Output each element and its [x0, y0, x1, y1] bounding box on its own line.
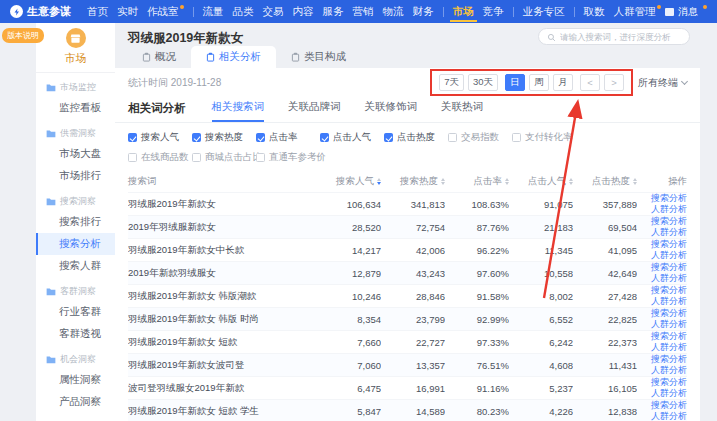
time-button[interactable]: 月 — [553, 74, 573, 91]
metric-checkbox[interactable]: 搜索人气 — [128, 131, 192, 144]
time-button[interactable]: 日 — [505, 74, 525, 91]
terminal-dropdown[interactable]: 所有终端 — [638, 76, 687, 90]
subtab-1[interactable]: 关联品牌词 — [288, 100, 341, 122]
metric-checkbox[interactable]: 点击人气 — [320, 131, 384, 144]
checkbox-icon[interactable] — [320, 133, 329, 142]
action-link[interactable]: 搜索分析 — [651, 193, 687, 204]
nav-item-8[interactable]: 服务 — [323, 0, 344, 23]
tab-2[interactable]: 类目构成 — [276, 46, 361, 68]
action-link[interactable]: 搜索分析 — [651, 331, 687, 342]
nav-item-4[interactable]: 流量 — [203, 0, 224, 23]
time-button[interactable]: < — [580, 74, 600, 91]
action-link[interactable]: 人群分析 — [651, 319, 687, 330]
action-link[interactable]: 搜索分析 — [651, 377, 687, 388]
metric-checkbox[interactable]: 点击热度 — [384, 131, 448, 144]
checkbox-icon[interactable] — [384, 133, 393, 142]
app-logo[interactable]: 生意参谋 — [10, 4, 71, 19]
metric-checkbox[interactable]: 直通车参考价 — [256, 151, 320, 164]
nav-item-7[interactable]: 内容 — [293, 0, 314, 23]
nav-item-11[interactable]: 财务 — [413, 0, 434, 23]
checkbox-icon[interactable] — [192, 133, 201, 142]
action-link[interactable]: 搜索分析 — [651, 216, 687, 227]
action-link[interactable]: 搜索分析 — [651, 400, 687, 411]
column-header[interactable]: 点击人气 — [509, 175, 573, 188]
time-button[interactable]: 7天 — [439, 74, 464, 91]
checkbox-icon[interactable] — [192, 153, 201, 162]
search-input[interactable] — [560, 32, 681, 42]
time-button[interactable]: 周 — [529, 74, 549, 91]
action-link[interactable]: 搜索分析 — [651, 354, 687, 365]
sidebar-item[interactable]: 市场大盘 — [36, 143, 115, 165]
version-note-tag[interactable]: 版本说明 — [2, 28, 44, 43]
nav-item-2[interactable]: 作战室 — [147, 0, 184, 23]
sidebar-section-header[interactable]: 市场监控 — [36, 73, 115, 97]
sidebar-item[interactable]: 搜索人群 — [36, 255, 115, 277]
time-button[interactable]: > — [604, 74, 624, 91]
action-link[interactable]: 人群分析 — [651, 296, 687, 307]
subtab-2[interactable]: 关联修饰词 — [365, 100, 418, 122]
column-header[interactable]: 点击率 — [445, 175, 509, 188]
sidebar-section-header[interactable]: 搜索洞察 — [36, 187, 115, 211]
module-header[interactable]: 市场 — [36, 23, 115, 73]
action-link[interactable]: 人群分析 — [651, 411, 687, 421]
metric-checkbox[interactable]: 交易指数 — [448, 131, 512, 144]
metric-checkbox[interactable]: 在线商品数 — [128, 151, 192, 164]
action-link[interactable]: 人群分析 — [651, 388, 687, 399]
nav-item-16[interactable]: 业务专区 — [523, 0, 565, 23]
cell-value: 96.22% — [445, 245, 509, 256]
sidebar-item[interactable]: 产品洞察 — [36, 391, 115, 413]
cell-value: 22,373 — [573, 337, 637, 348]
nav-item-0[interactable]: 首页 — [87, 0, 108, 23]
sidebar-item[interactable]: 属性洞察 — [36, 369, 115, 391]
nav-item-19[interactable]: 人群管理 — [614, 0, 661, 23]
nav-item-13[interactable]: 市场 — [453, 0, 474, 23]
nav-item-10[interactable]: 物流 — [383, 0, 404, 23]
nav-item-9[interactable]: 营销 — [353, 0, 374, 23]
column-header[interactable]: 搜索热度 — [381, 175, 445, 188]
time-button[interactable]: 30天 — [468, 74, 498, 91]
checkbox-icon[interactable] — [448, 133, 457, 142]
checkbox-icon[interactable] — [128, 133, 137, 142]
checkbox-icon[interactable] — [256, 133, 265, 142]
action-link[interactable]: 人群分析 — [651, 227, 687, 238]
tab-0[interactable]: 概况 — [127, 46, 191, 68]
action-link[interactable]: 搜索分析 — [651, 308, 687, 319]
action-link[interactable]: 人群分析 — [651, 365, 687, 376]
nav-item-5[interactable]: 品类 — [233, 0, 254, 23]
action-link[interactable]: 人群分析 — [651, 342, 687, 353]
checkbox-icon[interactable] — [256, 153, 265, 162]
checkbox-icon[interactable] — [128, 153, 137, 162]
sidebar-item[interactable]: 客群透视 — [36, 323, 115, 345]
cell-actions: 搜索分析人群分析 — [637, 377, 687, 399]
nav-item-18[interactable]: 取数 — [584, 0, 605, 23]
sidebar-item[interactable]: 行业客群 — [36, 301, 115, 323]
subtab-0[interactable]: 相关搜索词 — [212, 100, 265, 122]
subtab-3[interactable]: 关联热词 — [441, 100, 483, 122]
column-header[interactable]: 点击热度 — [573, 175, 637, 188]
sidebar-section-header[interactable]: 客群洞察 — [36, 277, 115, 301]
sidebar-item[interactable]: 监控看板 — [36, 97, 115, 119]
search-box[interactable] — [538, 28, 690, 45]
sidebar-item[interactable]: 搜索排行 — [36, 211, 115, 233]
nav-item-1[interactable]: 实时 — [117, 0, 138, 23]
action-link[interactable]: 搜索分析 — [651, 262, 687, 273]
action-link[interactable]: 人群分析 — [651, 273, 687, 284]
user-messages[interactable]: 消息 — [665, 5, 707, 19]
metric-checkbox[interactable]: 商城点击占比 — [192, 151, 256, 164]
metric-checkbox[interactable]: 点击率 — [256, 131, 320, 144]
nav-item-6[interactable]: 交易 — [263, 0, 284, 23]
sidebar-section-header[interactable]: 供需洞察 — [36, 119, 115, 143]
metric-checkbox[interactable]: 搜索热度 — [192, 131, 256, 144]
tab-1[interactable]: 相关分析 — [191, 46, 276, 68]
sidebar-item[interactable]: 搜索分析 — [36, 233, 115, 255]
action-link[interactable]: 搜索分析 — [651, 239, 687, 250]
checkbox-icon[interactable] — [512, 133, 521, 142]
sidebar-item[interactable]: 市场排行 — [36, 165, 115, 187]
action-link[interactable]: 搜索分析 — [651, 285, 687, 296]
column-header[interactable]: 搜索人气 — [317, 175, 381, 188]
action-link[interactable]: 人群分析 — [651, 250, 687, 261]
nav-item-14[interactable]: 竞争 — [483, 0, 504, 23]
sidebar-section-header[interactable]: 机会洞察 — [36, 345, 115, 369]
action-link[interactable]: 人群分析 — [651, 204, 687, 215]
metric-checkbox[interactable]: 支付转化率 — [512, 131, 576, 144]
